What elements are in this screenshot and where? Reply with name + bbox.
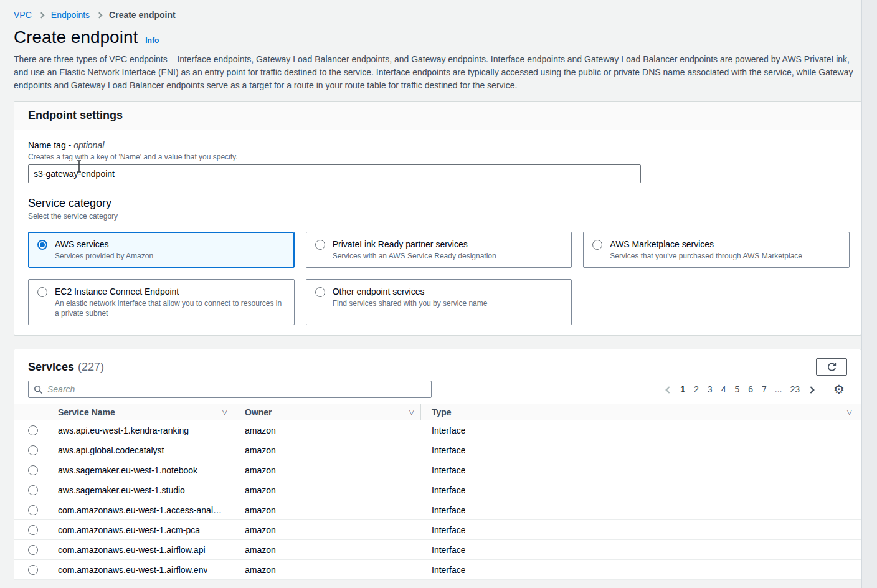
service-category-description: Select the service category	[28, 212, 847, 220]
cell-service-name: com.amazonaws.eu-west-1.airflow.env	[58, 565, 207, 575]
breadcrumb-link-vpc[interactable]: VPC	[14, 10, 32, 20]
scrollbar-track[interactable]	[861, 0, 877, 588]
cell-service-name: aws.api.global.codecatalyst	[58, 445, 164, 455]
pagination-prev-button[interactable]	[662, 383, 676, 396]
cell-type: Interface	[432, 465, 465, 475]
main-content: VPC Endpoints Create endpoint Create end…	[14, 0, 861, 580]
tile-description: Services provided by Amazon	[55, 251, 153, 261]
radio-icon[interactable]	[37, 287, 47, 297]
refresh-icon	[827, 362, 837, 372]
tile-other-endpoint-services[interactable]: Other endpoint services Find services sh…	[306, 279, 572, 325]
pagination-page-4[interactable]: 4	[717, 383, 731, 396]
filter-icon[interactable]: ▽	[847, 408, 852, 416]
tile-aws-marketplace-services[interactable]: AWS Marketplace services Services that y…	[583, 232, 850, 268]
endpoint-settings-panel: Endpoint settings Name tag -optional Cre…	[14, 101, 861, 336]
chevron-right-icon	[807, 386, 814, 393]
table-row[interactable]: aws.sagemaker.eu-west-1.notebook amazon …	[14, 460, 861, 480]
endpoint-settings-header: Endpoint settings	[14, 102, 861, 130]
radio-checked-icon[interactable]	[37, 240, 47, 250]
cell-type: Interface	[432, 425, 465, 435]
page-description: There are three types of VPC endpoints –…	[14, 53, 860, 92]
column-label: Owner	[245, 407, 272, 417]
cell-owner: amazon	[245, 425, 276, 435]
pagination-page-1[interactable]: 1	[676, 383, 690, 396]
name-tag-label: Name tag -optional	[28, 140, 847, 150]
name-tag-help-text: Creates a tag with a key of 'Name' and a…	[28, 153, 847, 161]
pagination-next-button[interactable]	[804, 383, 818, 396]
table-row[interactable]: com.amazonaws.eu-west-1.acm-pca amazon I…	[14, 520, 861, 540]
column-header-type[interactable]: Type ▽	[421, 407, 861, 417]
column-header-owner[interactable]: Owner ▽	[235, 404, 421, 420]
tile-privatelink-partner-services[interactable]: PrivateLink Ready partner services Servi…	[306, 232, 572, 268]
table-row[interactable]: com.amazonaws.eu-west-1.access-anal… ama…	[14, 500, 861, 520]
endpoint-settings-body: Name tag -optional Creates a tag with a …	[14, 130, 861, 335]
service-category-tiles: AWS services Services provided by Amazon…	[28, 232, 850, 325]
cell-service-name: aws.sagemaker.eu-west-1.studio	[58, 485, 185, 495]
breadcrumb-link-endpoints[interactable]: Endpoints	[51, 10, 90, 20]
column-header-service-name[interactable]: Service Name ▽	[58, 404, 235, 420]
tile-title: Other endpoint services	[333, 287, 488, 296]
tile-aws-services[interactable]: AWS services Services provided by Amazon	[28, 232, 295, 268]
filter-icon[interactable]: ▽	[222, 408, 227, 416]
services-panel: Services(227) 1 2 3	[14, 349, 861, 580]
row-radio[interactable]	[28, 525, 38, 535]
table-row[interactable]: com.amazonaws.eu-west-1.airflow.env amaz…	[14, 560, 861, 580]
chevron-left-icon	[666, 386, 673, 393]
breadcrumb: VPC Endpoints Create endpoint	[14, 10, 861, 20]
radio-icon[interactable]	[315, 287, 325, 297]
pagination-page-6[interactable]: 6	[744, 383, 757, 396]
tile-description: Find services shared with you by service…	[333, 298, 488, 308]
row-radio[interactable]	[28, 565, 38, 575]
pagination-page-2[interactable]: 2	[690, 383, 703, 396]
column-label: Service Name	[58, 407, 115, 417]
tile-description: An elastic network interface that allow …	[55, 298, 285, 318]
cell-type: Interface	[432, 525, 465, 535]
pagination-page-5[interactable]: 5	[730, 383, 744, 396]
preferences-gear-icon[interactable]: ⚙	[831, 383, 847, 396]
cell-owner: amazon	[245, 565, 276, 575]
toolbar-divider	[825, 382, 825, 397]
search-box[interactable]	[28, 381, 432, 398]
tile-ec2-instance-connect-endpoint[interactable]: EC2 Instance Connect Endpoint An elastic…	[28, 279, 295, 325]
service-category-group: Service category Select the service cate…	[28, 197, 847, 325]
radio-icon[interactable]	[315, 240, 325, 250]
tile-title: AWS services	[55, 239, 153, 249]
row-radio[interactable]	[28, 505, 38, 515]
table-row[interactable]: com.amazonaws.eu-west-1.airflow.api amaz…	[14, 540, 861, 560]
name-tag-label-text: Name tag -	[28, 140, 71, 150]
row-radio[interactable]	[28, 445, 38, 455]
pagination-page-3[interactable]: 3	[703, 383, 717, 396]
table-row[interactable]: aws.api.global.codecatalyst amazon Inter…	[14, 440, 861, 460]
pagination: 1 2 3 4 5 6 7 ... 23 ⚙	[662, 382, 847, 397]
search-input[interactable]	[47, 384, 426, 394]
row-radio[interactable]	[28, 425, 38, 435]
cell-service-name: com.amazonaws.eu-west-1.access-anal…	[58, 505, 222, 515]
table-row[interactable]: aws.sagemaker.eu-west-1.studio amazon In…	[14, 480, 861, 500]
tile-title: PrivateLink Ready partner services	[333, 239, 496, 249]
refresh-button[interactable]	[816, 358, 847, 376]
table-header-row: Service Name ▽ Owner ▽ Type ▽	[14, 404, 861, 420]
pagination-page-23[interactable]: 23	[785, 383, 804, 396]
services-count: (227)	[78, 361, 104, 373]
row-radio[interactable]	[28, 545, 38, 555]
cell-owner: amazon	[245, 445, 276, 455]
name-tag-optional-text: optional	[73, 140, 104, 150]
search-icon	[34, 385, 43, 394]
cell-service-name: com.amazonaws.eu-west-1.acm-pca	[58, 525, 200, 535]
name-tag-field-group: Name tag -optional Creates a tag with a …	[28, 140, 847, 183]
pagination-page-7[interactable]: 7	[757, 383, 771, 396]
column-label: Type	[432, 407, 452, 417]
services-toolbar: 1 2 3 4 5 6 7 ... 23 ⚙	[14, 381, 861, 398]
row-radio[interactable]	[28, 485, 38, 495]
radio-icon[interactable]	[592, 240, 602, 250]
cell-owner: amazon	[245, 545, 276, 555]
cell-service-name: aws.api.eu-west-1.kendra-ranking	[58, 425, 189, 435]
endpoint-settings-title: Endpoint settings	[28, 109, 847, 122]
filter-icon[interactable]: ▽	[409, 408, 414, 416]
table-row[interactable]: aws.api.eu-west-1.kendra-ranking amazon …	[14, 420, 861, 440]
info-link[interactable]: Info	[145, 36, 159, 45]
name-tag-input[interactable]	[28, 164, 641, 183]
cell-owner: amazon	[245, 465, 276, 475]
row-radio[interactable]	[28, 465, 38, 475]
tile-title: AWS Marketplace services	[610, 239, 802, 249]
